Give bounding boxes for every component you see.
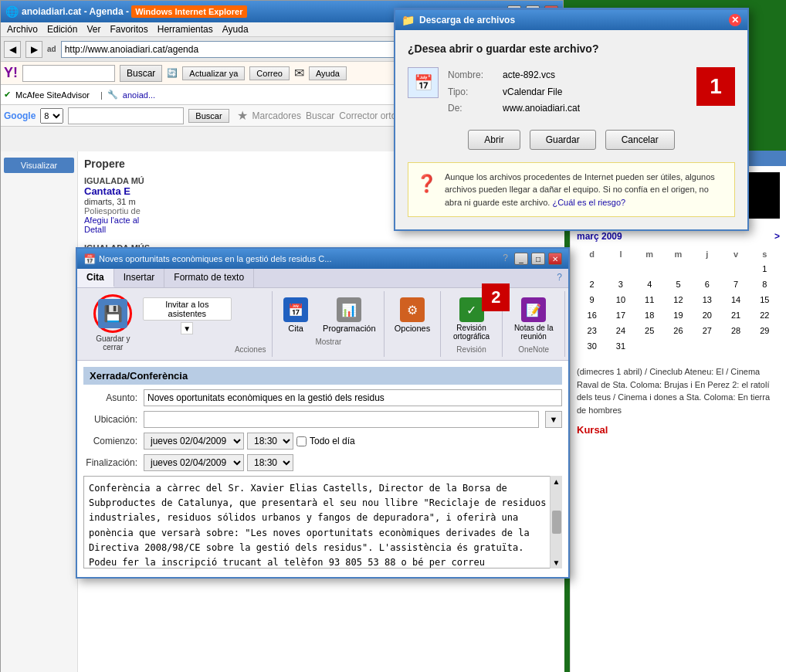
menu-ver[interactable]: Ver [86, 24, 100, 35]
comienzo-time-select[interactable]: 18:30 [247, 433, 293, 450]
programacion-btn[interactable]: 📊 Programación [318, 294, 380, 336]
menu-ayuda[interactable]: Ayuda [222, 24, 249, 35]
calendar-day[interactable]: 5 [665, 277, 692, 291]
calendar-day[interactable]: 7 [722, 277, 749, 291]
calendar-day[interactable]: 19 [665, 308, 692, 322]
visualizar-button[interactable]: Visualizar [4, 158, 74, 173]
calendar-day[interactable]: 16 [578, 308, 605, 322]
guardar-button[interactable]: Guardar [530, 130, 596, 150]
calendar-day[interactable]: 26 [665, 324, 692, 338]
calendar-day[interactable]: 18 [636, 308, 663, 322]
menu-archivo[interactable]: Archivo [7, 24, 38, 35]
google-select[interactable]: 8 [40, 108, 63, 124]
tab-insertar[interactable]: Insertar [114, 269, 165, 287]
outlook-minimize-button[interactable]: _ [514, 253, 528, 265]
asunto-input[interactable] [144, 389, 562, 406]
calendar-day[interactable]: 12 [665, 293, 692, 307]
address-label: ad [47, 45, 56, 53]
cancelar-button[interactable]: Cancelar [605, 130, 675, 150]
calendar-day[interactable]: 22 [751, 308, 778, 322]
opciones-btn[interactable]: ⚙ Opciones [390, 294, 435, 336]
finalizacion-label: Finalización: [83, 457, 137, 468]
cita-btn[interactable]: 📅 Cita [276, 294, 315, 336]
calendar-day[interactable]: 30 [578, 339, 605, 353]
star-icon: ★ [237, 108, 248, 123]
yahoo-logo: Y! [4, 65, 18, 81]
calendar-day[interactable]: 4 [636, 277, 663, 291]
calendar-day[interactable]: 20 [693, 308, 720, 322]
ubicacion-dropdown[interactable]: ▼ [545, 411, 562, 428]
ayuda-button[interactable]: Ayuda [309, 66, 347, 80]
calendar-day[interactable]: 28 [722, 324, 749, 338]
yahoo-search-input[interactable] [22, 65, 115, 82]
mostrar-label: Mostrar [315, 338, 341, 346]
revision-icon: ✓ [459, 297, 484, 322]
nav-link[interactable]: anoiad... [123, 90, 155, 100]
ribbon-content: 💾 Guardar y cerrar Invitar a los asisten… [77, 288, 568, 360]
calendar-next[interactable]: > [774, 231, 780, 242]
finalizacion-time-select[interactable]: 18:30 [247, 454, 293, 471]
save-close-button[interactable]: 💾 [98, 299, 127, 328]
calendar-day[interactable]: 8 [751, 277, 778, 291]
body-textarea[interactable]: Conferència a càrrec del Sr. Xavier Elia… [83, 476, 562, 568]
finalizacion-date-select[interactable]: jueves 02/04/2009 [144, 454, 244, 471]
outlook-close-button[interactable]: ✕ [548, 253, 562, 265]
calendar-day[interactable]: 3 [607, 277, 634, 291]
calendar-day[interactable]: 11 [636, 293, 663, 307]
notas-btn[interactable]: 📝 Notas de la reunión [509, 294, 558, 344]
calendar-day[interactable]: 21 [722, 308, 749, 322]
tab-formato[interactable]: Formato de texto [164, 269, 254, 287]
tipo-label: Tipo: [448, 84, 498, 101]
back-button[interactable]: ◀ [4, 41, 21, 58]
outlook-window: 📅 Noves oportunitats econòmiques en la g… [76, 247, 570, 579]
calendar-day[interactable]: 17 [607, 308, 634, 322]
cual-link[interactable]: ¿Cuál es el riesgo? [552, 198, 625, 207]
calendar-day[interactable]: 1 [751, 262, 778, 276]
forward-button[interactable]: ▶ [25, 41, 42, 58]
calendar-day[interactable]: 6 [693, 277, 720, 291]
google-search-button[interactable]: Buscar [188, 109, 229, 123]
todo-el-dia-checkbox[interactable] [296, 436, 307, 446]
options-small-btn[interactable]: ▼ [181, 322, 193, 334]
menu-herramientas[interactable]: Herramientas [158, 24, 213, 35]
help-ribbon-icon[interactable]: ? [551, 269, 568, 287]
calendar-day[interactable]: 14 [722, 293, 749, 307]
actualizar-button[interactable]: Actualizar ya [182, 66, 245, 80]
help-icon[interactable]: ? [503, 253, 508, 265]
tab-cita[interactable]: Cita [77, 269, 114, 287]
invitar-button[interactable]: Invitar a los asistentes [143, 297, 232, 321]
calendar-day[interactable]: 24 [607, 324, 634, 338]
file-nombre-row: Nombre: acte-892.vcs [448, 67, 580, 84]
calendar-day[interactable]: 25 [636, 324, 663, 338]
correo-button[interactable]: Correo [249, 66, 290, 80]
outlook-maximize-button[interactable]: □ [531, 253, 545, 265]
cal-day-m2: m [665, 248, 692, 260]
scrollbar[interactable]: ▲ ▼ [550, 476, 562, 568]
calendar-day[interactable]: 15 [751, 293, 778, 307]
calendar-day [722, 262, 749, 276]
calendar-day[interactable]: 27 [693, 324, 720, 338]
mcafee-icon: ✔ [4, 90, 11, 100]
de-value: www.anoiadiari.cat [503, 100, 580, 117]
de-label: De: [448, 100, 498, 117]
abrir-button[interactable]: Abrir [468, 130, 520, 150]
dialog-warning: ❓ Aunque los archivos procedentes de Int… [408, 162, 735, 218]
yahoo-search-button[interactable]: Buscar [120, 65, 162, 82]
revision-label: Revisión [456, 345, 486, 354]
calendar-day[interactable]: 10 [607, 293, 634, 307]
outlook-window-buttons: ? _ □ ✕ [503, 253, 562, 265]
revision-group: 2 ✓ Revisión ortográfica Revisión [441, 291, 503, 357]
ubicacion-input[interactable] [144, 411, 539, 428]
calendar-day[interactable]: 9 [578, 293, 605, 307]
menu-edicion[interactable]: Edición [47, 24, 77, 35]
google-search-input[interactable] [68, 107, 184, 124]
calendar-day[interactable]: 23 [578, 324, 605, 338]
calendar-day[interactable]: 2 [578, 277, 605, 291]
calendar-day [665, 339, 692, 353]
calendar-day[interactable]: 29 [751, 324, 778, 338]
calendar-day[interactable]: 31 [607, 339, 634, 353]
comienzo-date-select[interactable]: jueves 02/04/2009 [144, 433, 244, 450]
calendar-day[interactable]: 13 [693, 293, 720, 307]
menu-favoritos[interactable]: Favoritos [110, 24, 147, 35]
dialog-close-button[interactable]: ✕ [729, 14, 741, 26]
